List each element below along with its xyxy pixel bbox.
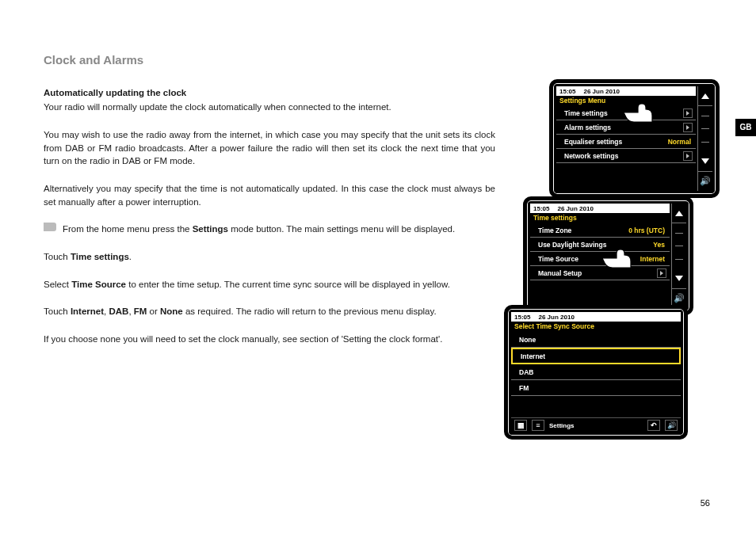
speaker-icon: 🔊 — [674, 293, 685, 303]
menu-item-time-zone[interactable]: Time Zone 0 hrs (UTC) — [530, 223, 670, 238]
grid-icon[interactable]: ▦ — [514, 420, 527, 431]
row-label: Time settings — [564, 109, 608, 117]
step-time-source: Select Time Source to enter the time set… — [44, 278, 495, 291]
page-number: 56 — [701, 498, 710, 508]
option-dab[interactable]: DAB — [511, 364, 681, 380]
row-label: Use Daylight Savings — [538, 241, 606, 249]
chevron-right-icon — [683, 151, 693, 161]
screen-title: Time settings — [530, 213, 670, 223]
row-label: Alarm settings — [564, 124, 611, 131]
manual-text-column: Clock and Alarms Automatically updating … — [44, 51, 495, 360]
bold-settings: Settings — [193, 224, 228, 234]
scroll-down-button[interactable] — [672, 268, 686, 288]
triangle-down-icon — [675, 276, 683, 281]
scroll-track — [698, 106, 712, 151]
bottom-label: Settings — [549, 422, 575, 429]
menu-icon[interactable]: ≡ — [532, 420, 544, 431]
device-screen-settings-menu: 15:05 26 Jun 2010 Settings Menu Time set… — [549, 79, 720, 198]
option-label: Internet — [521, 352, 545, 360]
menu-item-network-settings[interactable]: Network settings — [556, 149, 696, 163]
status-date: 26 Jun 2010 — [557, 205, 593, 212]
option-fm[interactable]: FM — [511, 380, 681, 396]
row-value: Internet — [640, 255, 666, 263]
row-label: Equaliser settings — [564, 138, 622, 146]
status-bar: 15:05 26 Jun 2010 — [556, 86, 696, 96]
bottom-bar: ▦ ≡ Settings ↶ 🔊 — [511, 417, 681, 432]
pointer-hand-icon — [622, 101, 655, 124]
page-heading: Clock and Alarms — [44, 51, 495, 69]
screen-title: Select Time Sync Source — [511, 322, 681, 332]
pointer-hand-icon — [601, 247, 634, 269]
region-tab-gb: GB — [735, 119, 756, 136]
row-label: Network settings — [564, 152, 619, 160]
chevron-right-icon — [683, 109, 693, 118]
paragraph-manual: If you choose none you will need to set … — [44, 333, 495, 346]
step-text-a: From the home menu press the — [63, 224, 193, 234]
speaker-icon: 🔊 — [700, 176, 711, 186]
paragraph-1: Your radio will normally update the cloc… — [44, 101, 495, 114]
step-settings: From the home menu press the Settings mo… — [44, 223, 495, 236]
speaker-icon[interactable]: 🔊 — [665, 420, 678, 431]
row-label: Time Zone — [538, 227, 571, 234]
triangle-up-icon — [675, 211, 683, 216]
row-label: Time Source — [538, 255, 578, 263]
option-none[interactable]: None — [511, 332, 681, 348]
bold-time-source: Time Source — [71, 280, 126, 289]
status-time: 15:05 — [533, 205, 549, 212]
row-value: Normal — [668, 138, 693, 146]
paragraph-2: You may wish to use the radio away from … — [44, 128, 495, 168]
status-bar: 15:05 26 Jun 2010 — [511, 312, 681, 322]
row-value: Yes — [653, 241, 666, 249]
option-internet[interactable]: Internet — [511, 348, 681, 364]
status-date: 26 Jun 2010 — [538, 314, 574, 321]
step-text-c: mode button. The main settings menu will… — [228, 224, 455, 234]
scroll-track — [672, 223, 686, 268]
menu-item-daylight-savings[interactable]: Use Daylight Savings Yes — [530, 238, 670, 252]
menu-item-time-source[interactable]: Time Source Internet — [530, 252, 670, 266]
bold-time-settings: Time settings — [71, 252, 129, 261]
triangle-up-icon — [701, 93, 709, 99]
chevron-right-icon — [683, 123, 693, 132]
speaker-button[interactable]: 🔊 — [698, 172, 712, 191]
paragraph-3: Alternatively you may specify that the t… — [44, 182, 495, 208]
row-label: Manual Setup — [538, 269, 582, 277]
step-touch-option: Touch Internet, DAB, FM or None as requi… — [44, 305, 495, 318]
chevron-right-icon — [657, 268, 666, 278]
back-icon[interactable]: ↶ — [647, 420, 660, 431]
scroll-up-button[interactable] — [698, 86, 712, 106]
step-time-settings: Touch Time settings. — [44, 250, 495, 264]
status-time: 15:05 — [514, 314, 530, 321]
scroll-up-button[interactable] — [672, 204, 686, 223]
device-screen-select-time-sync: 15:05 26 Jun 2010 Select Time Sync Sourc… — [504, 305, 688, 440]
menu-item-manual-setup[interactable]: Manual Setup — [530, 266, 670, 280]
status-bar: 15:05 26 Jun 2010 — [530, 204, 670, 213]
status-date: 26 Jun 2010 — [583, 88, 619, 95]
row-value: 0 hrs (UTC) — [628, 227, 666, 234]
option-label: DAB — [519, 368, 533, 376]
mode-button-icon — [44, 223, 56, 231]
menu-item-equaliser-settings[interactable]: Equaliser settings Normal — [556, 135, 696, 149]
triangle-down-icon — [701, 158, 709, 164]
option-label: None — [519, 336, 536, 344]
option-label: FM — [519, 384, 529, 392]
subheading: Automatically updating the clock — [44, 86, 495, 100]
scroll-down-button[interactable] — [698, 151, 712, 171]
status-time: 15:05 — [559, 88, 575, 95]
